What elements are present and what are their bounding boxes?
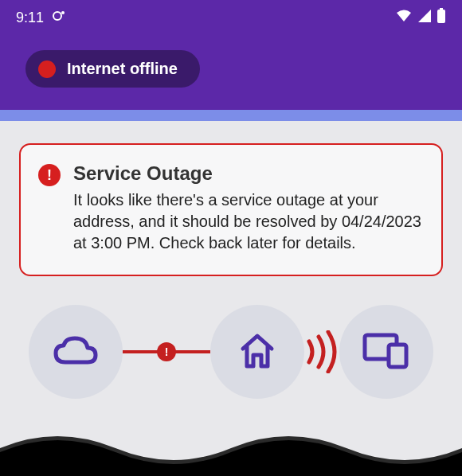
- devices-icon: [360, 330, 413, 373]
- svg-rect-3: [437, 10, 445, 23]
- svg-point-0: [53, 12, 61, 20]
- svg-point-1: [61, 11, 65, 14]
- devices-node[interactable]: [339, 305, 433, 399]
- connection-error-link: !: [123, 350, 210, 353]
- battery-icon: [437, 8, 446, 28]
- wifi-signal-icon: [304, 330, 339, 373]
- svg-rect-2: [440, 8, 443, 10]
- alert-body: It looks like there's a service outage a…: [73, 189, 424, 254]
- home-icon: [233, 326, 281, 377]
- app-header: 9:11 Internet offline: [0, 0, 462, 110]
- internet-node[interactable]: [29, 305, 123, 399]
- status-bar: 9:11: [0, 0, 462, 28]
- cloud-icon: [51, 334, 100, 370]
- svg-rect-5: [389, 345, 406, 367]
- network-path-diagram: !: [19, 305, 443, 399]
- alert-title: Service Outage: [73, 162, 424, 185]
- decorative-wave: [0, 420, 462, 476]
- notification-icon: [52, 9, 66, 27]
- status-time: 9:11: [16, 10, 44, 26]
- home-node[interactable]: [210, 305, 304, 399]
- wifi-icon: [395, 9, 413, 27]
- status-dot-icon: [38, 60, 56, 78]
- divider-strip: [0, 110, 462, 121]
- alert-icon: !: [38, 164, 61, 186]
- connection-error-icon: !: [157, 342, 176, 361]
- connection-status-label: Internet offline: [67, 60, 178, 78]
- connection-status-pill[interactable]: Internet offline: [25, 50, 200, 88]
- cellular-icon: [417, 9, 432, 27]
- main-content: ! Service Outage It looks like there's a…: [0, 121, 462, 421]
- service-outage-alert: ! Service Outage It looks like there's a…: [19, 143, 443, 276]
